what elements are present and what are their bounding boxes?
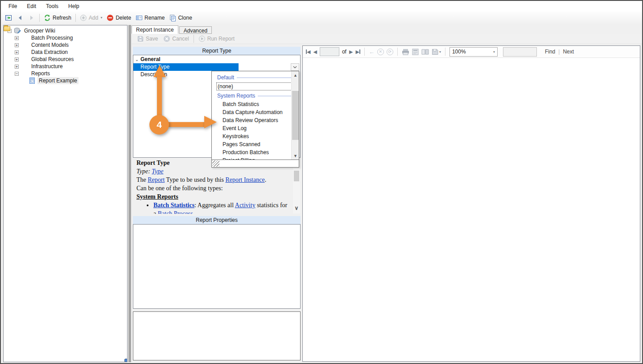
- zoom-select[interactable]: 100% ▾: [449, 47, 498, 57]
- scroll-up-icon[interactable]: ▲: [292, 71, 299, 79]
- tree-node-report-example[interactable]: Report Example: [4, 77, 127, 84]
- scroll-down-icon[interactable]: ∨: [293, 204, 300, 212]
- refresh-button[interactable]: Refresh: [41, 13, 74, 22]
- folder-resources-icon: [21, 56, 28, 63]
- cancel-button[interactable]: Cancel: [161, 35, 191, 43]
- tree-node-label: Content Models: [30, 41, 70, 49]
- add-dropdown-caret-icon: ▾: [100, 16, 102, 20]
- expand-expander-icon[interactable]: +: [15, 43, 19, 47]
- find-link[interactable]: Find: [545, 49, 555, 55]
- help-bullet: Batch Statistics: Aggregates all Activit…: [153, 201, 290, 214]
- page-number-input[interactable]: [320, 47, 339, 56]
- tree-node-grooper-wiki[interactable]: − Grooper Wiki: [4, 27, 127, 34]
- expand-expander-icon[interactable]: +: [15, 57, 19, 61]
- toolbar-separator: [75, 14, 76, 22]
- menu-bar: File Edit Tools Help: [1, 1, 642, 12]
- help-batch-statistics-link[interactable]: Batch Statistics: [153, 202, 194, 209]
- tree-node-label: Grooper Wiki: [23, 27, 57, 34]
- previous-page-button[interactable]: ◀: [313, 49, 317, 55]
- help-report-link[interactable]: Report: [148, 176, 165, 183]
- print-button[interactable]: [402, 49, 409, 55]
- category-row-general[interactable]: ⌄ General: [133, 55, 300, 63]
- menu-file[interactable]: File: [4, 1, 22, 12]
- dropdown-group-system-reports: System Reports: [212, 91, 299, 100]
- report-icon: [29, 77, 36, 84]
- tree-node-label: Report Example: [37, 77, 78, 84]
- toggle-tree-button[interactable]: [3, 13, 14, 22]
- scroll-down-icon[interactable]: ▼: [292, 152, 299, 160]
- dropdown-item-batch-statistics[interactable]: Batch Statistics: [212, 100, 299, 108]
- find-next-separator: |: [558, 49, 560, 55]
- tree-node-infrastructure[interactable]: + Infrastructure: [4, 63, 127, 70]
- dropdown-item-pages-scanned[interactable]: Pages Scanned: [212, 140, 299, 148]
- dropdown-scrollbar[interactable]: ▲ ▼: [291, 71, 299, 160]
- dropdown-item-data-capture-automation[interactable]: Data Capture Automation: [212, 108, 299, 116]
- annotation-step-badge: 4: [149, 115, 169, 135]
- delete-label: Delete: [115, 15, 131, 21]
- database-icon: [14, 27, 21, 34]
- back-button[interactable]: [14, 13, 26, 22]
- expand-expander-icon[interactable]: +: [15, 36, 19, 40]
- tree-node-content-models[interactable]: + Content Models: [4, 41, 127, 49]
- last-page-button[interactable]: ▶: [355, 49, 360, 55]
- export-button[interactable]: ▾: [432, 49, 441, 55]
- back-to-parent-button[interactable]: ←: [369, 49, 375, 55]
- scrollbar-thumb[interactable]: [294, 171, 299, 181]
- tree-node-global-resources[interactable]: + Global Resources: [4, 56, 127, 63]
- node-tree-panel: − Grooper Wiki + Batch Processing + Cont…: [3, 25, 128, 362]
- property-name-cell[interactable]: Report Type: [133, 63, 239, 71]
- refresh-report-button[interactable]: ⟳: [387, 49, 393, 55]
- tree-node-data-extraction[interactable]: + Data Extraction: [4, 49, 127, 56]
- help-type-link[interactable]: Type: [152, 168, 163, 175]
- menu-help[interactable]: Help: [63, 1, 84, 12]
- dropdown-item-none[interactable]: (none): [216, 82, 295, 90]
- folder-models-icon: [21, 41, 28, 49]
- delete-button[interactable]: Delete: [104, 13, 133, 22]
- menu-edit[interactable]: Edit: [22, 1, 41, 12]
- save-button[interactable]: Save: [134, 35, 161, 43]
- dropdown-item-project-billing[interactable]: Project Billing: [212, 156, 299, 160]
- dropdown-item-event-log[interactable]: Event Log: [212, 124, 299, 132]
- step-number: 4: [157, 119, 162, 130]
- help-batch-process-link[interactable]: Batch Process: [158, 210, 193, 214]
- run-report-button[interactable]: Run Report: [196, 35, 237, 43]
- forward-arrow-icon: [28, 14, 35, 21]
- dropdown-item-keystrokes[interactable]: Keystrokes: [212, 132, 299, 140]
- tree-splitter-handle[interactable]: [128, 25, 131, 362]
- find-text-input[interactable]: [503, 47, 537, 57]
- add-button[interactable]: Add ▾: [78, 13, 104, 22]
- expand-expander-icon[interactable]: +: [15, 65, 19, 69]
- dropdown-resize-bar[interactable]: [212, 160, 299, 167]
- report-viewer-panel: ◀ ◀ of ▶ ▶ ← ✕ ⟳ ▾: [302, 45, 640, 362]
- help-activity-link[interactable]: Activity: [235, 202, 256, 209]
- clone-button[interactable]: Clone: [167, 13, 194, 22]
- help-text: The: [136, 176, 148, 183]
- expand-expander-icon[interactable]: +: [15, 50, 19, 54]
- tree-node-label: Infrastructure: [30, 63, 64, 70]
- cancel-icon: [163, 35, 170, 42]
- dropdown-button[interactable]: [291, 63, 299, 71]
- print-layout-button[interactable]: [412, 49, 419, 55]
- next-link[interactable]: Next: [563, 49, 574, 55]
- next-page-button[interactable]: ▶: [349, 49, 353, 55]
- first-page-button[interactable]: ◀: [306, 49, 310, 55]
- clone-icon: [169, 14, 176, 21]
- annotation-arrow-shaft: [157, 77, 162, 118]
- resize-grip-icon[interactable]: [212, 160, 219, 167]
- page-setup-button[interactable]: [421, 49, 429, 55]
- dropdown-item-production-batches[interactable]: Production Batches: [212, 148, 299, 156]
- forward-button[interactable]: [26, 13, 37, 22]
- tree-node-batch-processing[interactable]: + Batch Processing: [4, 34, 127, 41]
- scrollbar-thumb[interactable]: [292, 91, 299, 140]
- stop-rendering-button[interactable]: ✕: [377, 49, 384, 55]
- toolbar-separator: [397, 48, 398, 56]
- rename-button[interactable]: Rename: [133, 13, 167, 22]
- save-icon: [137, 35, 144, 42]
- dropdown-item-data-review-operators[interactable]: Data Review Operators: [212, 116, 299, 124]
- tab-report-instance[interactable]: Report Instance: [132, 25, 178, 34]
- tree-node-reports[interactable]: − Reports: [4, 70, 127, 77]
- tab-advanced[interactable]: Advanced: [179, 26, 212, 34]
- menu-tools[interactable]: Tools: [41, 1, 63, 12]
- collapse-expander-icon[interactable]: −: [15, 72, 19, 76]
- help-report-instance-link[interactable]: Report Instance: [225, 176, 264, 183]
